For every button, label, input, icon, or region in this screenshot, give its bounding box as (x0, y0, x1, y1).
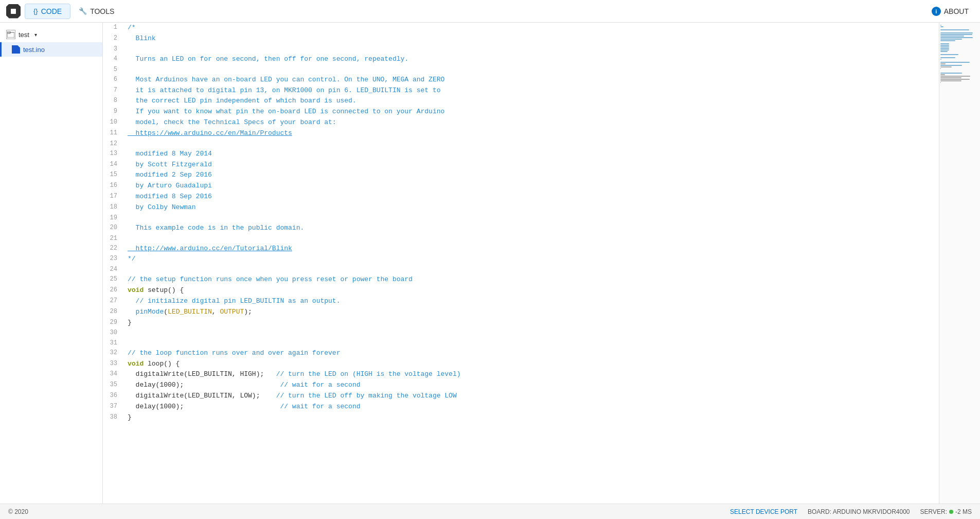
line-code[interactable] (123, 328, 939, 338)
minimap-line (940, 77, 961, 78)
line-code[interactable]: */ (123, 254, 939, 265)
table-row: 36 digitalWrite(LED_BUILTIN, LOW); // tu… (103, 391, 939, 402)
line-code[interactable]: delay(1000); // wait for a second (123, 380, 939, 391)
minimap-line (940, 66, 952, 67)
line-number: 29 (103, 318, 123, 328)
table-row: 16 by Arturo Guadalupi (103, 181, 939, 192)
line-number: 1 (103, 23, 123, 33)
line-code[interactable]: by Scott Fitzgerald (123, 160, 939, 170)
line-code[interactable]: Blink (123, 33, 939, 44)
select-port-button[interactable]: SELECT DEVICE PORT (730, 508, 797, 515)
line-code[interactable]: it is attached to digital pin 13, on MKR… (123, 85, 939, 96)
line-number: 6 (103, 75, 123, 85)
minimap-line (940, 49, 949, 50)
line-code[interactable]: modified 8 May 2014 (123, 149, 939, 160)
table-row: 26void setup() { (103, 285, 939, 296)
line-code[interactable] (123, 139, 939, 149)
line-code[interactable]: modified 8 Sep 2016 (123, 192, 939, 202)
line-code[interactable] (123, 213, 939, 223)
line-code[interactable]: This example code is in the public domai… (123, 223, 939, 234)
code-body: 1/*2 Blink34 Turns an LED on for one sec… (103, 23, 939, 423)
line-code[interactable]: the correct LED pin independent of which… (123, 96, 939, 107)
table-row: 10 model, check the Technical Specs of y… (103, 117, 939, 128)
line-code[interactable]: /* (123, 23, 939, 33)
line-code[interactable]: } (123, 318, 939, 328)
file-item-test-ino[interactable]: test.ino (0, 42, 102, 57)
copyright: © 2020 (8, 508, 28, 515)
folder-icon (6, 30, 15, 39)
minimap-line (940, 79, 970, 80)
table-row: 6 Most Arduinos have an on-board LED you… (103, 75, 939, 85)
line-code[interactable]: by Arturo Guadalupi (123, 181, 939, 192)
table-row: 9 If you want to know what pin the on-bo… (103, 107, 939, 117)
table-row: 20 This example code is in the public do… (103, 223, 939, 234)
line-code[interactable]: pinMode(LED_BUILTIN, OUTPUT); (123, 307, 939, 318)
line-code[interactable] (123, 44, 939, 54)
minimap (939, 23, 980, 504)
nav-tabs: {} CODE 🔧 TOOLS (25, 4, 926, 19)
line-code[interactable] (123, 338, 939, 348)
info-icon: i (932, 7, 941, 16)
line-code[interactable]: } (123, 412, 939, 423)
line-code[interactable]: Turns an LED on for one second, then off… (123, 54, 939, 65)
line-number: 5 (103, 65, 123, 75)
sidebar: test ▾ test.ino (0, 23, 103, 504)
table-row: 13 modified 8 May 2014 (103, 149, 939, 160)
line-code[interactable]: // initialize digital pin LED_BUILTIN as… (123, 296, 939, 307)
code-tab[interactable]: {} CODE (25, 4, 70, 19)
line-code[interactable]: digitalWrite(LED_BUILTIN, HIGH); // turn… (123, 369, 939, 380)
line-code[interactable]: modified 2 Sep 2016 (123, 170, 939, 181)
line-code[interactable] (123, 265, 939, 274)
line-code[interactable]: http://www.arduino.cc/en/Tutorial/Blink (123, 244, 939, 254)
table-row: 32// the loop function runs over and ove… (103, 348, 939, 359)
sketch-folder[interactable]: test ▾ (0, 27, 102, 42)
line-code[interactable] (123, 65, 939, 75)
line-code[interactable]: If you want to know what pin the on-boar… (123, 107, 939, 117)
line-code[interactable]: model, check the Technical Specs of your… (123, 117, 939, 128)
line-number: 32 (103, 348, 123, 359)
table-row: 22 http://www.arduino.cc/en/Tutorial/Bli… (103, 244, 939, 254)
line-code[interactable]: by Colby Newman (123, 202, 939, 213)
line-code[interactable]: delay(1000); // wait for a second (123, 402, 939, 412)
line-code[interactable]: digitalWrite(LED_BUILTIN, LOW); // turn … (123, 391, 939, 402)
line-code[interactable]: // the loop function runs over and over … (123, 348, 939, 359)
line-code[interactable]: Most Arduinos have an on-board LED you c… (123, 75, 939, 85)
about-button[interactable]: i ABOUT (926, 5, 974, 18)
line-number: 28 (103, 307, 123, 318)
code-editor[interactable]: 1/*2 Blink34 Turns an LED on for one sec… (103, 23, 939, 504)
minimap-line (940, 76, 970, 77)
line-code[interactable]: // the setup function runs once when you… (123, 274, 939, 285)
line-number: 8 (103, 96, 123, 107)
table-row: 4 Turns an LED on for one second, then o… (103, 54, 939, 65)
line-number: 36 (103, 391, 123, 402)
line-code[interactable] (123, 234, 939, 244)
line-number: 20 (103, 223, 123, 234)
tools-tab[interactable]: 🔧 TOOLS (70, 4, 122, 19)
line-number: 37 (103, 402, 123, 412)
minimap-line (940, 45, 949, 46)
code-icon: {} (33, 7, 38, 15)
line-number: 7 (103, 85, 123, 96)
line-number: 15 (103, 170, 123, 181)
code-table: 1/*2 Blink34 Turns an LED on for one sec… (103, 23, 939, 423)
minimap-line (940, 54, 958, 55)
minimap-lines (940, 25, 979, 83)
line-code[interactable]: void setup() { (123, 285, 939, 296)
line-number: 38 (103, 412, 123, 423)
line-number: 33 (103, 359, 123, 370)
line-number: 21 (103, 234, 123, 244)
file-name: test.ino (23, 46, 45, 54)
line-number: 12 (103, 139, 123, 149)
line-code[interactable]: void loop() { (123, 359, 939, 370)
table-row: 37 delay(1000); // wait for a second (103, 402, 939, 412)
table-row: 14 by Scott Fitzgerald (103, 160, 939, 170)
about-label: ABOUT (944, 7, 969, 15)
line-code[interactable]: https://www.arduino.cc/en/Main/Products (123, 128, 939, 139)
line-number: 19 (103, 213, 123, 223)
line-number: 4 (103, 54, 123, 65)
table-row: 1/* (103, 23, 939, 33)
top-nav: {} CODE 🔧 TOOLS i ABOUT (0, 0, 980, 23)
table-row: 5 (103, 65, 939, 75)
table-row: 8 the correct LED pin independent of whi… (103, 96, 939, 107)
server-status: SERVER: -2 MS (920, 508, 972, 515)
